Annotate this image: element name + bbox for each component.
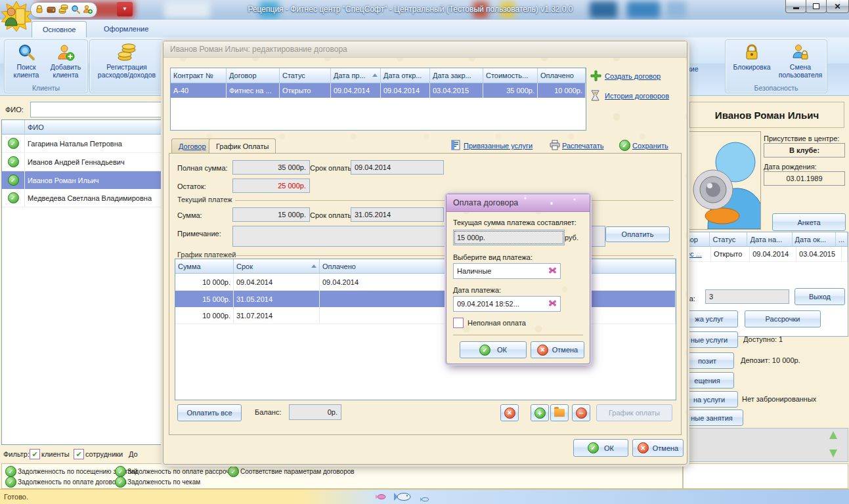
filter-staff-checkbox[interactable] [74, 449, 84, 459]
column-header[interactable]: Дата откр... [381, 68, 430, 83]
cell: 10 000р. [175, 307, 234, 324]
scroll-up-icon[interactable] [829, 431, 837, 439]
table-row[interactable]: 10 000р. 31.07.2014 [175, 307, 676, 324]
payment-amount-field[interactable]: 15 000р. [453, 230, 565, 245]
sort-ascending-icon [372, 74, 378, 77]
minimize-button[interactable] [785, 0, 806, 13]
services-sale-button[interactable]: жа услуг [680, 310, 738, 327]
visits-button[interactable]: ещения [680, 372, 734, 388]
column-header[interactable]: Договор [227, 68, 280, 83]
restore-button[interactable] [806, 0, 827, 13]
payment-cancel-button[interactable]: Отмена [531, 341, 584, 358]
column-header[interactable]: Статус [280, 68, 331, 83]
qat-dropdown-button[interactable]: ▼ [117, 2, 133, 16]
tab-oformlenie[interactable]: Оформление [93, 21, 159, 37]
tab-grafik-oplaty[interactable]: График Оплаты [209, 138, 276, 154]
payment-ok-button[interactable]: ОК [460, 341, 527, 358]
switch-user-button[interactable]: Смена пользователя [777, 43, 824, 79]
table-row-selected[interactable]: 15 000р. 31.05.2014 [175, 291, 676, 307]
column-header[interactable]: Статус [710, 232, 747, 247]
cell: 09.04.2014 [750, 247, 796, 261]
fio-search-input[interactable] [30, 102, 163, 117]
filter-clients-label[interactable]: клиенты [41, 450, 70, 458]
column-header[interactable]: Дата пр... [331, 68, 381, 83]
payment-type-combo[interactable]: Наличные [453, 263, 561, 279]
close-button[interactable]: ✕ [826, 0, 849, 13]
clients-table-fio-header[interactable]: ФИО [25, 120, 162, 135]
partial-payment-checkbox[interactable] [453, 318, 464, 328]
tab-dogovor[interactable]: Договор [171, 138, 213, 154]
group-classes-button[interactable]: ные занятия [680, 410, 743, 426]
pay-all-button[interactable]: Оплатить все [177, 404, 242, 421]
cancel-icon [537, 345, 548, 356]
lock-icon[interactable] [35, 5, 44, 15]
table-row[interactable]: Иванов Андрей Геннадьевич [2, 153, 162, 171]
add-user-icon[interactable] [83, 5, 93, 15]
table-row-selected[interactable]: А-40 Фитнес на ... Открыто 09.04.2014 09… [171, 83, 586, 98]
create-contract-link[interactable]: Создать договор [605, 72, 661, 80]
column-header[interactable]: Контракт № [171, 68, 227, 83]
butterfly-dropdown-icon[interactable] [548, 299, 557, 308]
butterfly-dropdown-icon[interactable] [548, 266, 557, 276]
status-text: Готово. [4, 493, 28, 501]
service-booking-button[interactable]: на услуги [680, 391, 738, 408]
linked-services-link[interactable]: Привязанные услуги [464, 142, 533, 150]
pay-button[interactable]: Оплатить [605, 226, 670, 242]
extra-services-button[interactable]: ные услуги [680, 331, 738, 348]
anketa-button[interactable]: Анкета [772, 213, 846, 231]
contract-history-link[interactable]: История договоров [605, 92, 669, 100]
coins-icon[interactable] [58, 5, 68, 15]
column-header[interactable]: Дата ок... [793, 232, 836, 247]
search-client-button[interactable]: Поиск клиента [7, 43, 45, 79]
payment-schedule-label: График оплаты [609, 409, 660, 417]
anketa-button-label: Анкета [797, 219, 820, 226]
column-header[interactable]: Оплачено [538, 68, 586, 83]
table-row-selected[interactable]: Иванов Роман Ильич [2, 171, 162, 189]
divider [453, 335, 583, 335]
partial-payment-label[interactable]: Неполная оплата [468, 319, 526, 327]
search-icon[interactable] [71, 5, 80, 15]
column-header[interactable]: Дата на... [747, 232, 792, 247]
payment-dialog-title[interactable]: Оплата договора [446, 194, 590, 212]
wallet-icon[interactable] [47, 5, 56, 15]
column-header[interactable]: ... [836, 232, 848, 247]
contract-link[interactable]: ес ... [686, 250, 702, 258]
column-header[interactable]: вор [684, 232, 710, 247]
column-header[interactable]: Срок [234, 259, 320, 274]
linked-services-icon [451, 140, 460, 152]
remove-payment-button[interactable] [572, 404, 590, 421]
table-row[interactable]: Гагарина Наталья Петровна [2, 135, 162, 153]
save-link[interactable]: Сохранить [632, 142, 668, 150]
open-folder-button[interactable] [550, 404, 569, 421]
scroll-down-icon[interactable] [829, 450, 837, 457]
register-expenses-button[interactable]: Регистрация расходов/доходов [93, 43, 161, 79]
dialog-ok-button[interactable]: ОК [573, 439, 628, 457]
add-client-button[interactable]: Добавить клиента [47, 43, 85, 79]
contract-dialog-title[interactable]: Иванов Роман Ильич: редактирование догов… [163, 41, 687, 58]
column-header[interactable]: Сумма [175, 259, 234, 274]
filter-clients-checkbox[interactable] [30, 449, 40, 459]
close-icon: ✕ [834, 3, 840, 10]
print-link[interactable]: Распечатать [562, 142, 603, 150]
installments-button[interactable]: Рассрочки [745, 310, 821, 327]
column-header[interactable]: Дата закр... [430, 68, 483, 83]
extra-services-label: ные услуги [691, 336, 728, 344]
add-payment-button[interactable] [531, 404, 549, 421]
dialog-cancel-button[interactable]: Отмена [632, 439, 684, 457]
column-header[interactable]: Стоимость... [483, 68, 538, 83]
table-row[interactable]: Медведева Светлана Владимировна [2, 189, 162, 207]
delete-payment-button[interactable] [500, 404, 519, 421]
clients-table-icon-column-header[interactable] [2, 120, 25, 135]
exit-button[interactable]: Выход [795, 288, 845, 305]
payment-date-combo[interactable]: 09.04.2014 18:52... [453, 296, 561, 312]
lock-button[interactable]: Блокировка [729, 43, 774, 71]
table-row[interactable]: 10 000р. 09.04.2014 09.04.2014 [175, 274, 676, 291]
right-bottom-box [683, 463, 848, 489]
cell: 35 000р. [483, 83, 538, 98]
tab-osnovnoe[interactable]: Основное [32, 21, 87, 37]
deposit-button[interactable]: позит [680, 352, 734, 369]
app-logo-icon[interactable] [1, 1, 32, 33]
table-row[interactable]: ес ... Открыто 09.04.2014 03.04.2015 [684, 247, 848, 262]
filter-staff-label[interactable]: сотрудники [85, 450, 123, 458]
hourglass-icon [590, 90, 600, 102]
